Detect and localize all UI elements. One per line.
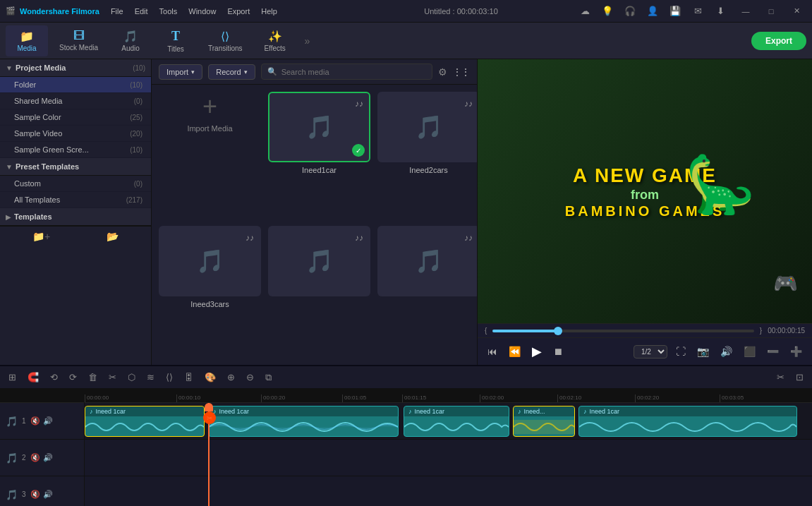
titles-icon: T — [171, 29, 180, 44]
search-box[interactable]: 🔍 — [261, 64, 432, 80]
sample-color-label: Sample Color — [14, 113, 130, 121]
timeline-transition[interactable]: ⟨⟩ — [163, 371, 176, 384]
media-thumb-ineed3cars[interactable]: ♪♪ 🎵 — [159, 226, 261, 296]
export-button[interactable]: Export — [751, 32, 806, 50]
snapshot-icon[interactable]: 📷 — [694, 344, 712, 359]
save-icon[interactable]: 💾 — [668, 4, 682, 18]
toolbar-effects[interactable]: ✨ Effects — [254, 25, 296, 56]
minimize-button[interactable]: — — [736, 4, 756, 18]
back-button[interactable]: ⏪ — [506, 344, 523, 359]
speed-selector[interactable]: 1/2 1/4 1/2 1 — [634, 345, 667, 359]
menu-file[interactable]: File — [111, 7, 123, 16]
zoom-in-icon[interactable]: ➕ — [787, 344, 805, 359]
project-media-header[interactable]: ▼ Project Media (10) — [0, 59, 151, 77]
timeline-extra-tool[interactable]: ⊡ — [793, 371, 806, 384]
panel-item-sample-color[interactable]: Sample Color (25) — [0, 109, 151, 126]
media-thumb-5[interactable]: ♪♪ 🎵 — [377, 226, 477, 296]
headphone-icon[interactable]: 🎧 — [623, 4, 637, 18]
timeline-color[interactable]: 🎨 — [202, 371, 219, 384]
timeline-redo[interactable]: ⟳ — [66, 371, 80, 384]
clip-name-3: Ineed 1car — [415, 408, 445, 415]
toolbar-transitions[interactable]: ⟨⟩ Transitions — [200, 25, 251, 56]
audio-clip-2[interactable]: ♪ Ineed 1car — [208, 406, 399, 437]
menu-tools[interactable]: Tools — [159, 7, 178, 16]
timeline-audio-mixer[interactable]: 🎛 — [181, 371, 196, 384]
track-mute-2[interactable]: 🔇 — [30, 453, 40, 462]
panel-item-folder[interactable]: Folder (10) — [0, 77, 151, 93]
timeline-crop[interactable]: ⬡ — [125, 371, 138, 384]
audio-clip-1[interactable]: ♪ Ineed 1car — [85, 406, 205, 437]
close-button[interactable]: ✕ — [787, 4, 806, 18]
progress-bar[interactable] — [492, 330, 753, 332]
timeline-zoom-out[interactable]: ⊖ — [243, 371, 257, 384]
timeline-zoom-in[interactable]: ⊕ — [224, 371, 238, 384]
timeline-snap[interactable]: 🧲 — [25, 371, 42, 384]
add-folder-button[interactable]: 📁+ — [32, 231, 50, 242]
playhead[interactable]: ✂ — [208, 403, 210, 506]
media-item-2-label: Ineed2cars — [409, 166, 447, 174]
import-media-label: Import Media — [187, 124, 232, 133]
timeline-add-track[interactable]: ⊞ — [6, 371, 19, 384]
track-mute-1[interactable]: 🔇 — [30, 416, 40, 426]
download-icon[interactable]: ⬇ — [713, 4, 727, 18]
account-icon[interactable]: 👤 — [646, 4, 660, 18]
import-media-button[interactable]: + Import Media — [187, 92, 232, 133]
media-thumb-ineed1car[interactable]: ♪♪ 🎵 ✓ — [268, 92, 370, 162]
panel-item-sample-green[interactable]: Sample Green Scre... (10) — [0, 142, 151, 158]
timeline-split[interactable]: ≋ — [144, 371, 157, 384]
play-button[interactable]: ▶ — [529, 342, 545, 361]
media-thumb-4[interactable]: ♪♪ 🎵 — [268, 226, 370, 296]
panel-item-custom[interactable]: Custom (0) — [0, 176, 151, 192]
media-item-1-label: Ineed1car — [302, 166, 337, 174]
toolbar-stock-media[interactable]: 🎞 Stock Media — [51, 25, 107, 56]
menu-export[interactable]: Export — [227, 7, 250, 16]
timeline-cut[interactable]: ✂ — [106, 371, 119, 384]
menu-edit[interactable]: Edit — [135, 7, 148, 16]
track-volume-1[interactable]: 🔊 — [43, 416, 53, 426]
panel-item-sample-video[interactable]: Sample Video (20) — [0, 126, 151, 142]
menu-help[interactable]: Help — [261, 7, 277, 16]
media-thumb-ineed2cars[interactable]: ♪♪ 🎵 — [377, 92, 477, 162]
music-note-icon-5: ♪♪ — [464, 233, 473, 243]
maximize-button[interactable]: □ — [761, 4, 781, 18]
toolbar-media[interactable]: 📁 Media — [6, 25, 48, 56]
timeline-scissors-tool[interactable]: ✂ — [774, 371, 787, 384]
filter-icon[interactable]: ⚙ — [438, 66, 447, 78]
mail-icon[interactable]: ✉ — [691, 4, 705, 18]
audio-clip-3[interactable]: ♪ Ineed 1car — [404, 406, 509, 437]
preset-templates-header[interactable]: ▼ Preset Templates — [0, 158, 151, 176]
stop-button[interactable]: ⏹ — [550, 344, 566, 359]
toolbar-titles[interactable]: T Titles — [154, 25, 197, 56]
media-item-5: ♪♪ 🎵 — [377, 226, 477, 353]
timeline-undo[interactable]: ⟲ — [47, 371, 61, 384]
audio-clip-5[interactable]: ♪ Ineed 1car — [578, 406, 797, 437]
track-volume-3[interactable]: 🔊 — [43, 490, 53, 499]
effects-label: Effects — [264, 44, 285, 52]
folder-icon[interactable]: 📂 — [107, 231, 119, 242]
toolbar-more[interactable]: » — [299, 35, 316, 47]
panel-item-all-templates[interactable]: All Templates (217) — [0, 192, 151, 208]
templates-header[interactable]: ▶ Templates — [0, 208, 151, 226]
search-input[interactable] — [281, 68, 426, 76]
fullscreen-icon[interactable]: ⛶ — [673, 344, 689, 359]
toolbar-audio[interactable]: 🎵 Audio — [109, 25, 152, 56]
bulb-icon[interactable]: 💡 — [600, 4, 614, 18]
track-volume-2[interactable]: 🔊 — [43, 453, 53, 462]
prev-frame-button[interactable]: ⏮ — [485, 344, 500, 359]
render-icon[interactable]: ⬛ — [741, 344, 758, 359]
music-note-icon-3: ♪♪ — [246, 233, 254, 243]
zoom-out-icon[interactable]: ➖ — [764, 344, 782, 359]
media-label: Media — [17, 44, 36, 52]
volume-icon[interactable]: 🔊 — [717, 344, 735, 359]
timeline-fit[interactable]: ⧉ — [262, 371, 274, 385]
menu-window[interactable]: Window — [188, 7, 216, 16]
panel-item-shared-media[interactable]: Shared Media (0) — [0, 93, 151, 109]
audio-clip-4[interactable]: ♪ Ineed... — [513, 406, 575, 437]
timeline-delete[interactable]: 🗑 — [85, 371, 100, 384]
transitions-label: Transitions — [208, 44, 243, 52]
grid-view-icon[interactable]: ⋮⋮ — [453, 67, 470, 77]
cloud-icon[interactable]: ☁ — [578, 4, 592, 18]
record-button[interactable]: Record ▾ — [208, 64, 255, 80]
import-button[interactable]: Import ▾ — [159, 64, 202, 80]
track-mute-3[interactable]: 🔇 — [30, 490, 40, 499]
